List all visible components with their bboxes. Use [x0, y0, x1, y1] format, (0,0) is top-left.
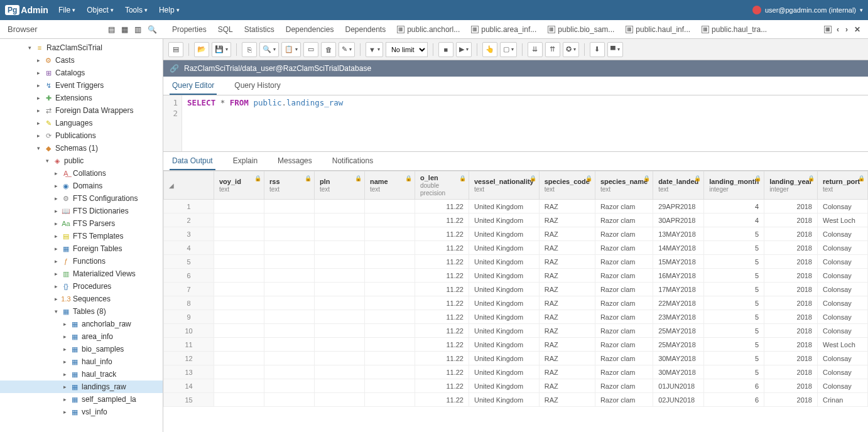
tree-toggle-icon[interactable]: ▸ — [35, 82, 41, 89]
tab-table[interactable]: ▦public.anchorl... — [397, 25, 460, 34]
tree-node-extensions[interactable]: ▸✚Extensions — [0, 92, 163, 104]
tree-node-haul-track[interactable]: ▸▦haul_track — [0, 368, 163, 381]
stop-button[interactable]: ■ — [438, 42, 453, 57]
tree-node-procedures[interactable]: ▸{}Procedures — [0, 280, 163, 293]
column-date_landed[interactable]: date_landedtext🔒 — [653, 171, 704, 200]
tree-toggle-icon[interactable]: ▸ — [35, 57, 41, 63]
tree-toggle-icon[interactable]: ▸ — [53, 246, 59, 252]
browser-tree[interactable]: ▾≡RazClamSciTrial▸⚙Casts▸⊞Catalogs▸↯Even… — [0, 39, 163, 432]
column-o_len[interactable]: o_lendouble precision🔒 — [415, 171, 469, 200]
tree-node-materialized-views[interactable]: ▸▥Materialized Views — [0, 267, 163, 280]
tab-close-icon[interactable]: ✕ — [853, 25, 862, 34]
user-menu[interactable]: user@pgadmin.com (internal) ▾ — [752, 6, 863, 14]
save-data-button[interactable]: ▤ — [168, 42, 183, 57]
save-file-button[interactable]: 💾 — [212, 42, 231, 57]
tree-node-casts[interactable]: ▸⚙Casts — [0, 54, 163, 67]
tree-toggle-icon[interactable]: ▾ — [44, 158, 50, 164]
tab-dependents[interactable]: Dependents — [345, 25, 386, 34]
tree-node-haul-info[interactable]: ▸▦haul_info — [0, 355, 163, 368]
table-row[interactable]: 1511.22United KingdomRAZRazor clam02JUN2… — [164, 393, 868, 407]
menu-file[interactable]: File ▾ — [58, 6, 75, 14]
table-row[interactable]: 111.22United KingdomRAZRazor clam29APR20… — [164, 200, 868, 213]
tree-toggle-icon[interactable]: ▸ — [53, 195, 59, 202]
tree-toggle-icon[interactable]: ▸ — [35, 70, 41, 76]
connection-bar[interactable]: 🔗 RazClamSciTrial/data_user@RazClamSciTr… — [163, 60, 868, 77]
tab-table[interactable]: ▦public.area_inf... — [471, 25, 536, 34]
editor-tab-query-history[interactable]: Query History — [232, 77, 283, 95]
tree-node-fts-dictionaries[interactable]: ▸📖FTS Dictionaries — [0, 205, 163, 217]
tree-node-catalogs[interactable]: ▸⊞Catalogs — [0, 67, 163, 79]
tree-toggle-icon[interactable]: ▸ — [35, 95, 41, 101]
tree-toggle-icon[interactable]: ▸ — [62, 371, 68, 377]
tree-toggle-icon[interactable]: ▾ — [26, 45, 33, 51]
tree-toggle-icon[interactable]: ▸ — [53, 258, 59, 264]
tab-table[interactable]: ▦public.bio_sam... — [548, 25, 614, 34]
sort-icon[interactable]: ◢ — [169, 182, 174, 189]
table-row[interactable]: 711.22United KingdomRAZRazor clam17MAY20… — [164, 283, 868, 296]
tab-sql[interactable]: SQL — [218, 25, 233, 34]
open-file-button[interactable]: 📂 — [194, 42, 209, 57]
tree-node-schemas-1-[interactable]: ▾◆Schemas (1) — [0, 142, 163, 154]
rollback-button[interactable]: ⇈ — [545, 42, 560, 57]
tree-node-landings-raw[interactable]: ▸▦landings_raw — [0, 381, 163, 393]
tree-node-languages[interactable]: ▸✎Languages — [0, 117, 163, 129]
editor-tab-query-editor[interactable]: Query Editor — [170, 77, 217, 95]
table-row[interactable]: 1211.22United KingdomRAZRazor clam30MAY2… — [164, 352, 868, 365]
column-return_port[interactable]: return_porttext🔒 — [818, 171, 868, 200]
tree-toggle-icon[interactable]: ▸ — [53, 183, 59, 189]
column-species_code[interactable]: species_codetext🔒 — [539, 171, 595, 200]
tree-node-domains[interactable]: ▸◉Domains — [0, 180, 163, 192]
tree-node-sequences[interactable]: ▸1.3Sequences — [0, 293, 163, 305]
tree-toggle-icon[interactable]: ▸ — [62, 359, 68, 365]
result-grid[interactable]: ◢voy_idtext🔒rsstext🔒plntext🔒nametext🔒o_l… — [163, 171, 868, 407]
copy-rows-button[interactable]: ▭ — [303, 42, 318, 57]
output-tab-messages[interactable]: Messages — [275, 153, 315, 170]
tree-toggle-icon[interactable]: ▸ — [62, 409, 68, 415]
tree-node-publications[interactable]: ▸⟳Publications — [0, 129, 163, 142]
explain-analyze-button[interactable]: ▢ — [500, 42, 517, 57]
editor-code[interactable]: SELECT * FROM public.landings_raw — [182, 95, 348, 151]
table-row[interactable]: 211.22United KingdomRAZRazor clam30APR20… — [164, 213, 868, 227]
column-species_name[interactable]: species_nametext🔒 — [595, 171, 653, 200]
column-pln[interactable]: plntext🔒 — [315, 171, 365, 200]
table-row[interactable]: 1011.22United KingdomRAZRazor clam25MAY2… — [164, 324, 868, 338]
tree-toggle-icon[interactable]: ▸ — [35, 132, 41, 139]
menu-help[interactable]: Help ▾ — [159, 6, 180, 14]
tab-properties[interactable]: Properties — [172, 25, 207, 34]
output-tab-explain[interactable]: Explain — [231, 153, 260, 170]
tree-node-public[interactable]: ▾◈public — [0, 154, 163, 167]
tree-toggle-icon[interactable]: ▸ — [53, 271, 59, 277]
tab-statistics[interactable]: Statistics — [244, 25, 274, 34]
tree-toggle-icon[interactable]: ▸ — [62, 396, 68, 402]
scratch-pad-button[interactable]: ▀ — [607, 42, 623, 57]
search-icon[interactable]: 🔍 — [148, 25, 157, 34]
macros-button[interactable]: ✪ — [563, 42, 579, 57]
tree-toggle-icon[interactable]: ▸ — [53, 220, 59, 227]
output-tab-data-output[interactable]: Data Output — [170, 153, 215, 170]
table-row[interactable]: 911.22United KingdomRAZRazor clam23MAY20… — [164, 310, 868, 324]
tab-table[interactable]: ▦public.haul_tra... — [702, 25, 767, 34]
explain-button[interactable]: 👆 — [482, 42, 497, 57]
tree-toggle-icon[interactable]: ▸ — [62, 333, 68, 340]
tree-node-area-info[interactable]: ▸▦area_info — [0, 330, 163, 343]
tree-toggle-icon[interactable]: ▸ — [62, 321, 68, 327]
find-button[interactable]: 🔍 — [259, 42, 279, 57]
sql-editor[interactable]: 12 SELECT * FROM public.landings_raw — [163, 95, 868, 152]
column-landing_month[interactable]: landing_monthinteger🔒 — [704, 171, 764, 200]
download-button[interactable]: ⬇ — [590, 42, 605, 57]
table-row[interactable]: 1311.22United KingdomRAZRazor clam30MAY2… — [164, 365, 868, 379]
tree-toggle-icon[interactable]: ▸ — [35, 120, 41, 126]
filter-button[interactable]: ▼ — [366, 42, 383, 57]
table-row[interactable]: 811.22United KingdomRAZRazor clam22MAY20… — [164, 296, 868, 310]
paste-button[interactable]: 📋 — [281, 42, 301, 57]
table-row[interactable]: 611.22United KingdomRAZRazor clam16MAY20… — [164, 269, 868, 283]
tab-table[interactable]: ▦public.haul_inf... — [626, 25, 690, 34]
tree-node-foreign-data-wrappers[interactable]: ▸⇄Foreign Data Wrappers — [0, 104, 163, 117]
tree-node-fts-parsers[interactable]: ▸AaFTS Parsers — [0, 217, 163, 230]
tree-node-collations[interactable]: ▸A͟Collations — [0, 167, 163, 180]
tree-toggle-icon[interactable]: ▸ — [62, 346, 68, 352]
column-voy_id[interactable]: voy_idtext🔒 — [214, 171, 264, 200]
output-tab-notifications[interactable]: Notifications — [330, 153, 376, 170]
tree-toggle-icon[interactable]: ▾ — [35, 145, 41, 151]
tree-node-functions[interactable]: ▸ƒFunctions — [0, 255, 163, 267]
